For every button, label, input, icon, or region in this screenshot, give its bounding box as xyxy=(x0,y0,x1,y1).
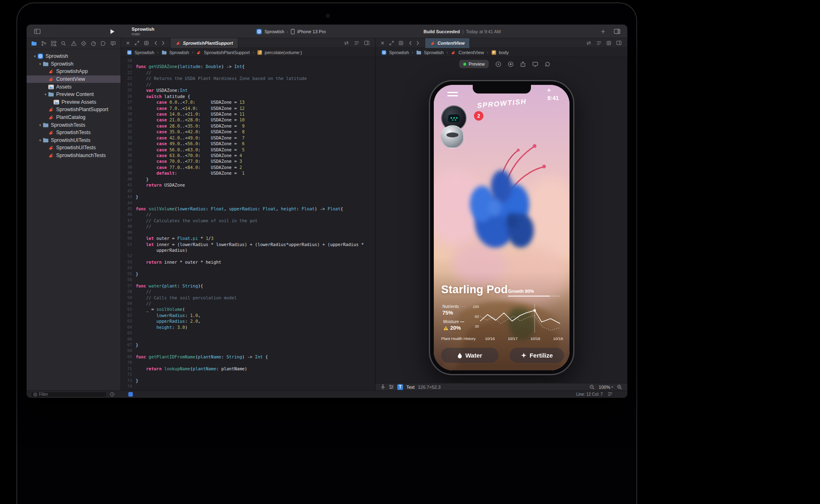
issues-navigator-icon[interactable] xyxy=(71,40,77,47)
file-item-plantcatalog[interactable]: PlantCatalog xyxy=(27,114,121,121)
scheme-selector[interactable]: Sprowtish › iPhone 13 Pro xyxy=(256,25,326,38)
zoom-out-icon[interactable] xyxy=(589,384,595,390)
jump-bar-item[interactable]: Sprowtish xyxy=(169,50,189,55)
file-item-preview-content[interactable]: ▾Preview Content xyxy=(27,91,121,98)
code-line: 20 xyxy=(121,58,375,64)
disclosure-triangle[interactable]: ▾ xyxy=(38,138,43,142)
file-item-contentview[interactable]: ContentView xyxy=(27,75,121,83)
code-review-icon[interactable] xyxy=(586,41,592,45)
source-control-navigator-icon[interactable] xyxy=(41,40,47,47)
notification-badge[interactable]: 2 xyxy=(474,111,483,121)
disclosure-triangle[interactable]: ▾ xyxy=(38,123,43,127)
water-button[interactable]: Water xyxy=(441,348,499,363)
share-preview-icon[interactable] xyxy=(520,61,526,67)
breakpoints-navigator-icon[interactable] xyxy=(100,40,107,47)
jump-bar-item[interactable]: ContentView xyxy=(458,50,484,55)
file-item-preview-assets[interactable]: Preview Assets xyxy=(27,98,121,106)
code-line: 45func soilVolume(lowerRadius: Float, up… xyxy=(121,206,375,212)
source-editor[interactable]: 2021func getUSDAZone(latitude: Double) -… xyxy=(121,57,375,390)
library-add-button[interactable] xyxy=(601,25,606,38)
minimap-icon[interactable] xyxy=(354,41,359,45)
close-split-icon[interactable] xyxy=(380,41,385,45)
left-jump-bar[interactable]: Sprowtish›Sprowtish›SprowtishPlantSuppor… xyxy=(121,48,375,57)
recent-files-icon[interactable] xyxy=(110,392,114,397)
file-item-sprowtishuitests[interactable]: ▾SprowtishUITests xyxy=(27,137,121,144)
camera-dot xyxy=(326,14,330,18)
add-editor-icon[interactable] xyxy=(399,41,403,46)
code-line: 30 case 21.0..<28.0: USDAZone = 10 xyxy=(121,117,375,123)
orientation-icon[interactable] xyxy=(544,61,551,67)
filter-input[interactable] xyxy=(39,392,92,397)
main-area: ▾Sprowtish▾SprowtishSprowtishAppContentV… xyxy=(27,38,627,390)
code-line: 43} xyxy=(121,194,375,200)
preview-mode-button[interactable]: Preview xyxy=(459,60,489,68)
file-item-sprowtishtests[interactable]: SprowtishTests xyxy=(27,129,121,137)
editor-options-icon[interactable] xyxy=(364,41,369,45)
code-line: 54 xyxy=(121,265,375,271)
chart-y-axis: 1006030 xyxy=(468,305,479,334)
file-item-sprowtishplantsupport[interactable]: SprowtishPlantSupport xyxy=(27,106,121,114)
editor-indicator-icon[interactable] xyxy=(128,392,133,397)
inspector-icon[interactable] xyxy=(606,41,611,46)
live-preview-icon[interactable] xyxy=(495,61,501,67)
disclosure-triangle[interactable]: ▾ xyxy=(32,54,37,58)
jump-bar-item[interactable]: Sprowtish xyxy=(389,50,409,55)
run-button[interactable] xyxy=(110,25,115,38)
file-label: SprowtishTests xyxy=(56,130,91,135)
project-navigator-icon[interactable] xyxy=(31,40,37,47)
editor-options-icon[interactable] xyxy=(616,41,622,45)
run-destination[interactable]: iPhone 13 Pro xyxy=(297,29,326,34)
debug-navigator-icon[interactable] xyxy=(90,40,97,47)
minimap-icon[interactable] xyxy=(597,41,601,45)
file-item-sprowtishlaunchtests[interactable]: SprowtishlaunchTests xyxy=(27,152,121,160)
reports-navigator-icon[interactable] xyxy=(110,40,116,47)
expand-editor-icon[interactable] xyxy=(389,41,394,46)
device-settings-icon[interactable] xyxy=(532,61,538,67)
file-item-sprowtish[interactable]: ▾Sprowtish xyxy=(27,60,121,68)
assets-icon xyxy=(53,99,59,105)
scheme-name[interactable]: Sprowtish xyxy=(264,29,284,34)
jump-bar-item[interactable]: Sprowtish xyxy=(134,50,154,55)
symbols-navigator-icon[interactable] xyxy=(50,40,57,47)
file-item-sprowtishtests[interactable]: ▾SprowtishTests xyxy=(27,121,121,129)
project-navigator-tree[interactable]: ▾Sprowtish▾SprowtishSprowtishAppContentV… xyxy=(27,49,121,390)
file-item-sprowtish[interactable]: ▾Sprowtish xyxy=(27,52,121,60)
disclosure-triangle[interactable]: ▾ xyxy=(38,62,43,66)
jump-bar-item[interactable]: percolate(volume:) xyxy=(265,50,302,55)
zoom-level[interactable]: 100% ▾ xyxy=(599,385,613,390)
code-line: 34 case 49.0..<56.0: USDAZone = 6 xyxy=(121,141,375,146)
zoom-in-icon[interactable] xyxy=(617,384,622,390)
fertilize-button[interactable]: Fertilize xyxy=(510,348,564,363)
code-review-icon[interactable] xyxy=(344,41,349,45)
disclosure-triangle[interactable]: ▾ xyxy=(43,92,48,96)
forward-icon[interactable] xyxy=(162,41,165,46)
tab-contentview[interactable]: ContentView xyxy=(425,38,470,48)
add-editor-icon[interactable] xyxy=(144,41,149,46)
pin-icon[interactable] xyxy=(380,384,385,390)
back-icon[interactable] xyxy=(409,41,412,46)
tab-sprowtishplantsupport[interactable]: SprowtishPlantSupport xyxy=(170,38,238,48)
right-jump-bar[interactable]: Sprowtish›Sprowtish›ContentView›Pbody xyxy=(376,48,627,57)
sidebar-toggle-icon[interactable] xyxy=(34,25,41,38)
selectable-mode-icon[interactable] xyxy=(508,61,514,67)
editor-layout-button[interactable] xyxy=(614,25,620,38)
navigator-filter[interactable] xyxy=(31,392,107,397)
file-item-assets[interactable]: Assets xyxy=(27,83,121,91)
code-line: 51 let inner = (lowerRadius * lowerRadiu… xyxy=(121,242,375,247)
jump-bar-item[interactable]: body xyxy=(499,50,509,55)
jump-bar-item[interactable]: Sprowtish xyxy=(424,50,444,55)
plant-name: Starling Pod xyxy=(441,283,508,296)
tests-navigator-icon[interactable] xyxy=(80,40,87,47)
close-split-icon[interactable] xyxy=(126,41,130,45)
expand-editor-icon[interactable] xyxy=(134,41,139,46)
back-icon[interactable] xyxy=(154,41,157,46)
robot-avatar-2[interactable] xyxy=(441,125,464,148)
find-navigator-icon[interactable] xyxy=(60,40,67,47)
file-label: Sprowtish xyxy=(51,61,73,67)
jump-bar-item[interactable]: SprowtishPlantSupport xyxy=(204,50,250,55)
file-item-sprowtishapp[interactable]: SprowtishApp xyxy=(27,68,121,75)
variants-icon[interactable] xyxy=(389,385,394,389)
menu-button[interactable] xyxy=(447,92,458,98)
file-item-sprowtishuitests[interactable]: SprowtishUITests xyxy=(27,144,121,152)
forward-icon[interactable] xyxy=(416,41,419,46)
